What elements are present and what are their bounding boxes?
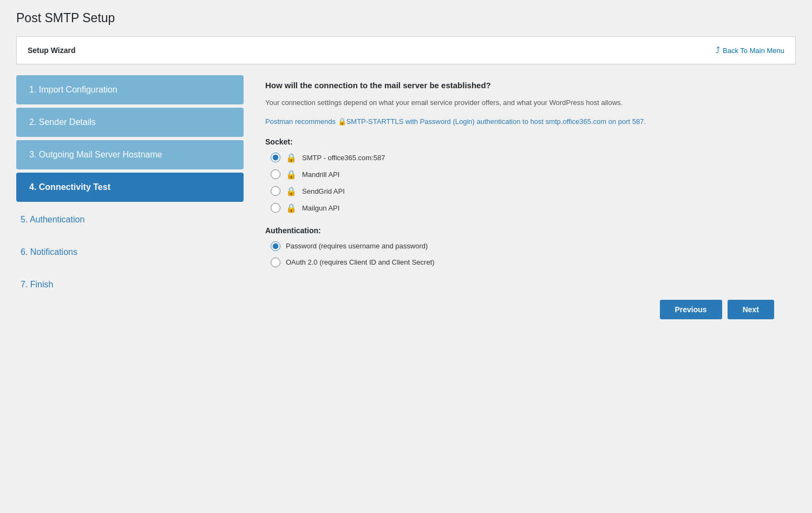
socket-option-sendgrid[interactable]: 🔒SendGrid API: [271, 186, 774, 196]
auth-option-password[interactable]: Password (requires username and password…: [271, 241, 774, 251]
auth-label: Authentication:: [265, 226, 774, 235]
auth-radio-oauth2[interactable]: [271, 258, 280, 267]
socket-option-label: SendGrid API: [302, 187, 345, 195]
socket-option-label: Mandrill API: [302, 170, 339, 179]
lock-icon: 🔒: [286, 203, 297, 213]
previous-button[interactable]: Previous: [660, 300, 722, 319]
sidebar-step-7[interactable]: 7. Finish: [16, 270, 244, 299]
socket-label: Socket:: [265, 137, 774, 146]
lock-icon: 🔒: [286, 186, 297, 196]
sidebar-step-2[interactable]: 2. Sender Details: [16, 108, 244, 137]
bottom-navigation: Previous Next: [265, 300, 774, 319]
page-title: Post SMTP Setup: [16, 11, 796, 25]
content-question: How will the connection to the mail serv…: [265, 81, 774, 90]
socket-option-mandrill[interactable]: 🔒Mandrill API: [271, 169, 774, 180]
sidebar-step-4[interactable]: 4. Connectivity Test: [16, 173, 244, 202]
auth-radio-password[interactable]: [271, 241, 280, 251]
postman-recommendation: Postman recommends 🔒SMTP-STARTTLS with P…: [265, 116, 774, 128]
socket-radio-sendgrid[interactable]: [271, 186, 280, 196]
socket-option-label: Mailgun API: [302, 204, 339, 212]
sidebar-step-6[interactable]: 6. Notifications: [16, 238, 244, 267]
socket-option-label: SMTP - office365.com:587: [302, 154, 385, 162]
socket-radio-mailgun[interactable]: [271, 203, 280, 213]
socket-radio-smtp_office365[interactable]: [271, 153, 280, 162]
back-to-main-link[interactable]: ⤴ Back To Main Menu: [716, 45, 784, 55]
content-panel: How will the connection to the mail serv…: [244, 75, 796, 341]
wizard-header: Setup Wizard ⤴ Back To Main Menu: [16, 36, 796, 64]
socket-radio-mandrill[interactable]: [271, 169, 280, 179]
auth-option-label: Password (requires username and password…: [286, 242, 428, 250]
next-button[interactable]: Next: [728, 300, 774, 319]
auth-option-oauth2[interactable]: OAuth 2.0 (requires Client ID and Client…: [271, 258, 774, 267]
sidebar: 1. Import Configuration2. Sender Details…: [16, 75, 244, 299]
setup-wizard-label: Setup Wizard: [28, 46, 76, 55]
socket-option-smtp_office365[interactable]: 🔒SMTP - office365.com:587: [271, 153, 774, 163]
lock-icon: 🔒: [286, 153, 297, 163]
sidebar-step-3[interactable]: 3. Outgoing Mail Server Hostname: [16, 140, 244, 169]
sidebar-step-5[interactable]: 5. Authentication: [16, 205, 244, 234]
back-to-main-label: Back To Main Menu: [723, 47, 784, 55]
back-arrow-icon: ⤴: [716, 45, 720, 55]
auth-option-label: OAuth 2.0 (requires Client ID and Client…: [286, 258, 435, 266]
main-content: 1. Import Configuration2. Sender Details…: [16, 75, 796, 341]
content-description: Your connection settings depend on what …: [265, 97, 774, 109]
sidebar-step-1[interactable]: 1. Import Configuration: [16, 75, 244, 104]
auth-options-group: Password (requires username and password…: [265, 241, 774, 267]
socket-options-group: 🔒SMTP - office365.com:587🔒Mandrill API🔒S…: [265, 153, 774, 213]
lock-icon: 🔒: [286, 169, 297, 180]
socket-option-mailgun[interactable]: 🔒Mailgun API: [271, 203, 774, 213]
